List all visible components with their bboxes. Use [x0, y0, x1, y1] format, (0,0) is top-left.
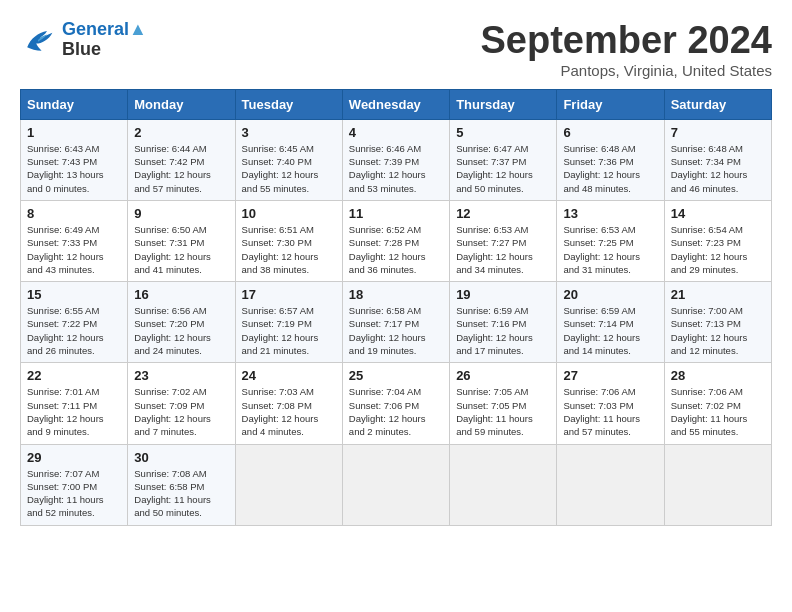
day-info: Sunrise: 6:46 AM Sunset: 7:39 PM Dayligh…	[349, 142, 443, 195]
day-info: Sunrise: 7:02 AM Sunset: 7:09 PM Dayligh…	[134, 385, 228, 438]
day-number: 27	[563, 368, 657, 383]
calendar-week-3: 15Sunrise: 6:55 AM Sunset: 7:22 PM Dayli…	[21, 282, 772, 363]
calendar-cell: 21Sunrise: 7:00 AM Sunset: 7:13 PM Dayli…	[664, 282, 771, 363]
location-title: Pantops, Virginia, United States	[481, 62, 773, 79]
day-number: 7	[671, 125, 765, 140]
header-sunday: Sunday	[21, 89, 128, 119]
calendar-table: SundayMondayTuesdayWednesdayThursdayFrid…	[20, 89, 772, 526]
day-info: Sunrise: 6:53 AM Sunset: 7:27 PM Dayligh…	[456, 223, 550, 276]
calendar-cell: 27Sunrise: 7:06 AM Sunset: 7:03 PM Dayli…	[557, 363, 664, 444]
day-info: Sunrise: 7:04 AM Sunset: 7:06 PM Dayligh…	[349, 385, 443, 438]
day-number: 13	[563, 206, 657, 221]
day-number: 12	[456, 206, 550, 221]
day-info: Sunrise: 6:56 AM Sunset: 7:20 PM Dayligh…	[134, 304, 228, 357]
calendar-cell: 28Sunrise: 7:06 AM Sunset: 7:02 PM Dayli…	[664, 363, 771, 444]
calendar-cell	[342, 444, 449, 525]
day-info: Sunrise: 7:03 AM Sunset: 7:08 PM Dayligh…	[242, 385, 336, 438]
day-number: 8	[27, 206, 121, 221]
calendar-week-1: 1Sunrise: 6:43 AM Sunset: 7:43 PM Daylig…	[21, 119, 772, 200]
day-info: Sunrise: 6:50 AM Sunset: 7:31 PM Dayligh…	[134, 223, 228, 276]
day-number: 5	[456, 125, 550, 140]
day-number: 10	[242, 206, 336, 221]
day-number: 20	[563, 287, 657, 302]
calendar-cell: 13Sunrise: 6:53 AM Sunset: 7:25 PM Dayli…	[557, 200, 664, 281]
day-number: 29	[27, 450, 121, 465]
day-info: Sunrise: 7:06 AM Sunset: 7:02 PM Dayligh…	[671, 385, 765, 438]
calendar-cell	[450, 444, 557, 525]
header-monday: Monday	[128, 89, 235, 119]
header-thursday: Thursday	[450, 89, 557, 119]
day-number: 23	[134, 368, 228, 383]
calendar-cell: 10Sunrise: 6:51 AM Sunset: 7:30 PM Dayli…	[235, 200, 342, 281]
day-info: Sunrise: 6:59 AM Sunset: 7:16 PM Dayligh…	[456, 304, 550, 357]
calendar-week-5: 29Sunrise: 7:07 AM Sunset: 7:00 PM Dayli…	[21, 444, 772, 525]
day-number: 2	[134, 125, 228, 140]
day-number: 15	[27, 287, 121, 302]
day-info: Sunrise: 6:45 AM Sunset: 7:40 PM Dayligh…	[242, 142, 336, 195]
calendar-cell: 2Sunrise: 6:44 AM Sunset: 7:42 PM Daylig…	[128, 119, 235, 200]
day-number: 24	[242, 368, 336, 383]
logo-icon	[20, 22, 56, 58]
calendar-cell: 29Sunrise: 7:07 AM Sunset: 7:00 PM Dayli…	[21, 444, 128, 525]
calendar-cell: 24Sunrise: 7:03 AM Sunset: 7:08 PM Dayli…	[235, 363, 342, 444]
calendar-cell: 11Sunrise: 6:52 AM Sunset: 7:28 PM Dayli…	[342, 200, 449, 281]
day-number: 22	[27, 368, 121, 383]
day-info: Sunrise: 7:05 AM Sunset: 7:05 PM Dayligh…	[456, 385, 550, 438]
calendar-cell: 8Sunrise: 6:49 AM Sunset: 7:33 PM Daylig…	[21, 200, 128, 281]
day-number: 4	[349, 125, 443, 140]
day-info: Sunrise: 6:51 AM Sunset: 7:30 PM Dayligh…	[242, 223, 336, 276]
day-number: 16	[134, 287, 228, 302]
calendar-cell: 26Sunrise: 7:05 AM Sunset: 7:05 PM Dayli…	[450, 363, 557, 444]
day-number: 21	[671, 287, 765, 302]
calendar-cell	[557, 444, 664, 525]
day-info: Sunrise: 7:08 AM Sunset: 6:58 PM Dayligh…	[134, 467, 228, 520]
day-number: 18	[349, 287, 443, 302]
calendar-cell: 22Sunrise: 7:01 AM Sunset: 7:11 PM Dayli…	[21, 363, 128, 444]
calendar-cell: 23Sunrise: 7:02 AM Sunset: 7:09 PM Dayli…	[128, 363, 235, 444]
calendar-cell: 25Sunrise: 7:04 AM Sunset: 7:06 PM Dayli…	[342, 363, 449, 444]
calendar-cell: 14Sunrise: 6:54 AM Sunset: 7:23 PM Dayli…	[664, 200, 771, 281]
calendar-cell: 17Sunrise: 6:57 AM Sunset: 7:19 PM Dayli…	[235, 282, 342, 363]
day-number: 30	[134, 450, 228, 465]
day-number: 28	[671, 368, 765, 383]
day-number: 19	[456, 287, 550, 302]
calendar-cell: 7Sunrise: 6:48 AM Sunset: 7:34 PM Daylig…	[664, 119, 771, 200]
calendar-cell	[235, 444, 342, 525]
calendar-cell: 5Sunrise: 6:47 AM Sunset: 7:37 PM Daylig…	[450, 119, 557, 200]
calendar-cell: 30Sunrise: 7:08 AM Sunset: 6:58 PM Dayli…	[128, 444, 235, 525]
day-number: 9	[134, 206, 228, 221]
day-number: 3	[242, 125, 336, 140]
calendar-cell: 3Sunrise: 6:45 AM Sunset: 7:40 PM Daylig…	[235, 119, 342, 200]
day-info: Sunrise: 6:49 AM Sunset: 7:33 PM Dayligh…	[27, 223, 121, 276]
day-number: 25	[349, 368, 443, 383]
calendar-cell: 4Sunrise: 6:46 AM Sunset: 7:39 PM Daylig…	[342, 119, 449, 200]
calendar-cell	[664, 444, 771, 525]
day-info: Sunrise: 6:43 AM Sunset: 7:43 PM Dayligh…	[27, 142, 121, 195]
day-number: 6	[563, 125, 657, 140]
calendar-header-row: SundayMondayTuesdayWednesdayThursdayFrid…	[21, 89, 772, 119]
calendar-cell: 20Sunrise: 6:59 AM Sunset: 7:14 PM Dayli…	[557, 282, 664, 363]
day-info: Sunrise: 7:01 AM Sunset: 7:11 PM Dayligh…	[27, 385, 121, 438]
day-info: Sunrise: 7:00 AM Sunset: 7:13 PM Dayligh…	[671, 304, 765, 357]
calendar-cell: 15Sunrise: 6:55 AM Sunset: 7:22 PM Dayli…	[21, 282, 128, 363]
day-number: 11	[349, 206, 443, 221]
day-info: Sunrise: 6:59 AM Sunset: 7:14 PM Dayligh…	[563, 304, 657, 357]
day-info: Sunrise: 6:57 AM Sunset: 7:19 PM Dayligh…	[242, 304, 336, 357]
logo-line2: Blue	[62, 40, 147, 60]
header: General▲ Blue September 2024 Pantops, Vi…	[20, 20, 772, 79]
day-info: Sunrise: 6:52 AM Sunset: 7:28 PM Dayligh…	[349, 223, 443, 276]
title-area: September 2024 Pantops, Virginia, United…	[481, 20, 773, 79]
calendar-cell: 1Sunrise: 6:43 AM Sunset: 7:43 PM Daylig…	[21, 119, 128, 200]
calendar-cell: 9Sunrise: 6:50 AM Sunset: 7:31 PM Daylig…	[128, 200, 235, 281]
day-info: Sunrise: 6:55 AM Sunset: 7:22 PM Dayligh…	[27, 304, 121, 357]
logo-line1: General	[62, 19, 129, 39]
day-info: Sunrise: 6:48 AM Sunset: 7:34 PM Dayligh…	[671, 142, 765, 195]
day-number: 14	[671, 206, 765, 221]
day-info: Sunrise: 6:53 AM Sunset: 7:25 PM Dayligh…	[563, 223, 657, 276]
day-info: Sunrise: 6:58 AM Sunset: 7:17 PM Dayligh…	[349, 304, 443, 357]
day-info: Sunrise: 6:54 AM Sunset: 7:23 PM Dayligh…	[671, 223, 765, 276]
header-wednesday: Wednesday	[342, 89, 449, 119]
day-info: Sunrise: 6:47 AM Sunset: 7:37 PM Dayligh…	[456, 142, 550, 195]
day-info: Sunrise: 6:48 AM Sunset: 7:36 PM Dayligh…	[563, 142, 657, 195]
day-number: 17	[242, 287, 336, 302]
